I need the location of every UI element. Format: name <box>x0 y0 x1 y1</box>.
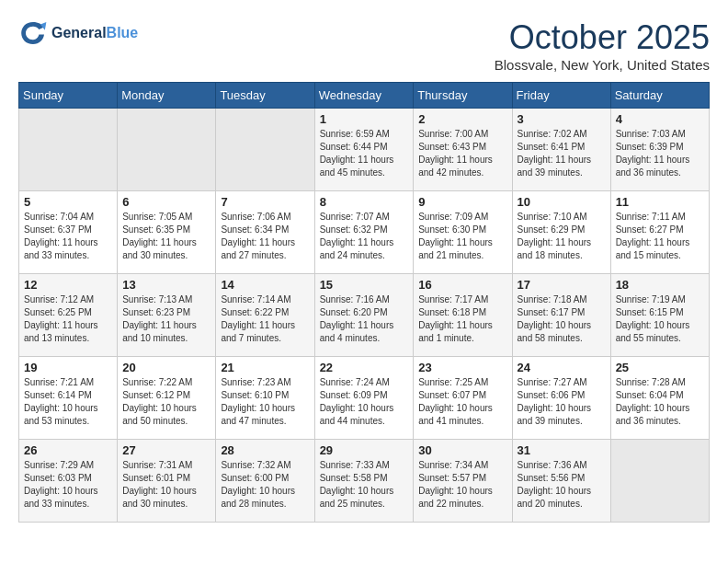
day-info: Sunrise: 7:14 AM Sunset: 6:22 PM Dayligh… <box>221 293 309 345</box>
calendar-week-row: 1Sunrise: 6:59 AM Sunset: 6:44 PM Daylig… <box>19 109 710 191</box>
calendar-cell: 4Sunrise: 7:03 AM Sunset: 6:39 PM Daylig… <box>610 109 709 191</box>
day-number: 8 <box>320 195 409 209</box>
logo-icon <box>18 18 48 48</box>
day-number: 28 <box>221 443 309 457</box>
day-number: 1 <box>320 112 409 126</box>
day-info: Sunrise: 7:03 AM Sunset: 6:39 PM Dayligh… <box>616 128 704 179</box>
calendar-cell: 18Sunrise: 7:19 AM Sunset: 6:15 PM Dayli… <box>610 274 709 357</box>
calendar-week-row: 5Sunrise: 7:04 AM Sunset: 6:37 PM Daylig… <box>19 191 710 274</box>
day-info: Sunrise: 7:04 AM Sunset: 6:37 PM Dayligh… <box>24 211 112 262</box>
day-info: Sunrise: 7:23 AM Sunset: 6:10 PM Dayligh… <box>221 376 309 428</box>
calendar-cell <box>19 109 118 191</box>
day-info: Sunrise: 7:19 AM Sunset: 6:15 PM Dayligh… <box>616 293 704 345</box>
calendar-cell <box>118 109 216 191</box>
day-number: 25 <box>616 361 704 374</box>
calendar-cell: 6Sunrise: 7:05 AM Sunset: 6:35 PM Daylig… <box>118 191 216 274</box>
weekday-header: Saturday <box>610 83 709 109</box>
day-number: 18 <box>616 278 704 292</box>
day-number: 5 <box>24 195 112 209</box>
weekday-header: Tuesday <box>216 83 314 109</box>
logo-text: GeneralBlue <box>51 25 138 41</box>
day-number: 13 <box>122 278 210 292</box>
day-info: Sunrise: 7:13 AM Sunset: 6:23 PM Dayligh… <box>122 293 210 345</box>
calendar-week-row: 19Sunrise: 7:21 AM Sunset: 6:14 PM Dayli… <box>19 357 710 440</box>
day-number: 12 <box>24 278 112 292</box>
day-info: Sunrise: 7:06 AM Sunset: 6:34 PM Dayligh… <box>221 211 309 262</box>
calendar-cell: 5Sunrise: 7:04 AM Sunset: 6:37 PM Daylig… <box>19 191 118 274</box>
title-block: October 2025 Blossvale, New York, United… <box>495 18 710 73</box>
calendar-week-row: 12Sunrise: 7:12 AM Sunset: 6:25 PM Dayli… <box>19 274 710 357</box>
day-info: Sunrise: 7:34 AM Sunset: 5:57 PM Dayligh… <box>418 459 506 511</box>
day-number: 11 <box>616 195 704 209</box>
day-info: Sunrise: 7:10 AM Sunset: 6:29 PM Dayligh… <box>518 211 606 262</box>
calendar-cell: 21Sunrise: 7:23 AM Sunset: 6:10 PM Dayli… <box>216 357 314 440</box>
day-number: 6 <box>122 195 210 209</box>
calendar-cell: 13Sunrise: 7:13 AM Sunset: 6:23 PM Dayli… <box>118 274 216 357</box>
calendar-cell: 12Sunrise: 7:12 AM Sunset: 6:25 PM Dayli… <box>19 274 118 357</box>
weekday-header: Sunday <box>19 83 118 109</box>
calendar-cell: 11Sunrise: 7:11 AM Sunset: 6:27 PM Dayli… <box>610 191 709 274</box>
day-info: Sunrise: 7:32 AM Sunset: 6:00 PM Dayligh… <box>221 459 309 511</box>
day-number: 21 <box>221 361 309 374</box>
calendar-cell: 23Sunrise: 7:25 AM Sunset: 6:07 PM Dayli… <box>414 357 512 440</box>
day-number: 9 <box>418 195 506 209</box>
day-number: 16 <box>418 278 506 292</box>
calendar-cell: 2Sunrise: 7:00 AM Sunset: 6:43 PM Daylig… <box>414 109 512 191</box>
day-number: 17 <box>518 278 606 292</box>
day-info: Sunrise: 7:29 AM Sunset: 6:03 PM Dayligh… <box>24 459 112 511</box>
calendar-cell: 20Sunrise: 7:22 AM Sunset: 6:12 PM Dayli… <box>118 357 216 440</box>
calendar-cell: 26Sunrise: 7:29 AM Sunset: 6:03 PM Dayli… <box>19 440 118 523</box>
day-number: 2 <box>418 112 506 126</box>
day-number: 31 <box>518 443 606 457</box>
calendar-cell: 17Sunrise: 7:18 AM Sunset: 6:17 PM Dayli… <box>512 274 610 357</box>
calendar-cell: 8Sunrise: 7:07 AM Sunset: 6:32 PM Daylig… <box>314 191 414 274</box>
calendar-cell: 30Sunrise: 7:34 AM Sunset: 5:57 PM Dayli… <box>414 440 512 523</box>
day-info: Sunrise: 7:02 AM Sunset: 6:41 PM Dayligh… <box>518 128 606 179</box>
day-info: Sunrise: 7:05 AM Sunset: 6:35 PM Dayligh… <box>122 211 210 262</box>
day-number: 26 <box>24 443 112 457</box>
day-number: 29 <box>320 443 409 457</box>
calendar-table: SundayMondayTuesdayWednesdayThursdayFrid… <box>18 82 710 523</box>
day-number: 15 <box>320 278 409 292</box>
day-number: 24 <box>518 361 606 374</box>
day-info: Sunrise: 7:09 AM Sunset: 6:30 PM Dayligh… <box>418 211 506 262</box>
calendar-cell: 3Sunrise: 7:02 AM Sunset: 6:41 PM Daylig… <box>512 109 610 191</box>
day-number: 27 <box>122 443 210 457</box>
day-info: Sunrise: 7:12 AM Sunset: 6:25 PM Dayligh… <box>24 293 112 345</box>
calendar-cell: 7Sunrise: 7:06 AM Sunset: 6:34 PM Daylig… <box>216 191 314 274</box>
weekday-header: Friday <box>512 83 610 109</box>
day-number: 7 <box>221 195 309 209</box>
calendar-cell: 28Sunrise: 7:32 AM Sunset: 6:00 PM Dayli… <box>216 440 314 523</box>
day-info: Sunrise: 7:00 AM Sunset: 6:43 PM Dayligh… <box>418 128 506 179</box>
logo: GeneralBlue <box>18 18 138 48</box>
calendar-cell: 25Sunrise: 7:28 AM Sunset: 6:04 PM Dayli… <box>610 357 709 440</box>
calendar-cell: 31Sunrise: 7:36 AM Sunset: 5:56 PM Dayli… <box>512 440 610 523</box>
day-number: 22 <box>320 361 409 374</box>
calendar-cell: 1Sunrise: 6:59 AM Sunset: 6:44 PM Daylig… <box>314 109 414 191</box>
day-info: Sunrise: 7:17 AM Sunset: 6:18 PM Dayligh… <box>418 293 506 345</box>
day-info: Sunrise: 7:27 AM Sunset: 6:06 PM Dayligh… <box>518 376 606 428</box>
day-info: Sunrise: 7:31 AM Sunset: 6:01 PM Dayligh… <box>122 459 210 511</box>
calendar-cell: 15Sunrise: 7:16 AM Sunset: 6:20 PM Dayli… <box>314 274 414 357</box>
day-number: 23 <box>418 361 506 374</box>
day-info: Sunrise: 7:24 AM Sunset: 6:09 PM Dayligh… <box>320 376 409 428</box>
page-header: GeneralBlue October 2025 Blossvale, New … <box>18 18 710 73</box>
day-info: Sunrise: 7:18 AM Sunset: 6:17 PM Dayligh… <box>518 293 606 345</box>
calendar-cell: 9Sunrise: 7:09 AM Sunset: 6:30 PM Daylig… <box>414 191 512 274</box>
day-number: 19 <box>24 361 112 374</box>
header-row: SundayMondayTuesdayWednesdayThursdayFrid… <box>19 83 710 109</box>
calendar-cell: 22Sunrise: 7:24 AM Sunset: 6:09 PM Dayli… <box>314 357 414 440</box>
calendar-week-row: 26Sunrise: 7:29 AM Sunset: 6:03 PM Dayli… <box>19 440 710 523</box>
day-info: Sunrise: 7:11 AM Sunset: 6:27 PM Dayligh… <box>616 211 704 262</box>
calendar-cell: 10Sunrise: 7:10 AM Sunset: 6:29 PM Dayli… <box>512 191 610 274</box>
day-info: Sunrise: 7:22 AM Sunset: 6:12 PM Dayligh… <box>122 376 210 428</box>
day-number: 3 <box>518 112 606 126</box>
day-info: Sunrise: 7:07 AM Sunset: 6:32 PM Dayligh… <box>320 211 409 262</box>
calendar-cell: 29Sunrise: 7:33 AM Sunset: 5:58 PM Dayli… <box>314 440 414 523</box>
day-info: Sunrise: 7:28 AM Sunset: 6:04 PM Dayligh… <box>616 376 704 428</box>
calendar-cell: 24Sunrise: 7:27 AM Sunset: 6:06 PM Dayli… <box>512 357 610 440</box>
day-info: Sunrise: 7:36 AM Sunset: 5:56 PM Dayligh… <box>518 459 606 511</box>
day-info: Sunrise: 6:59 AM Sunset: 6:44 PM Dayligh… <box>320 128 409 179</box>
calendar-cell: 16Sunrise: 7:17 AM Sunset: 6:18 PM Dayli… <box>414 274 512 357</box>
day-number: 10 <box>518 195 606 209</box>
